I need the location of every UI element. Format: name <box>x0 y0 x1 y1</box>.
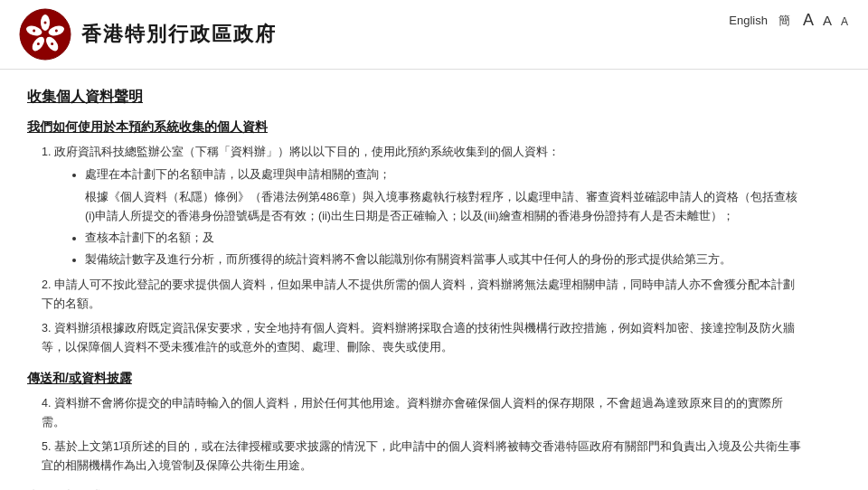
lang-chinese[interactable]: 簡 <box>778 13 790 29</box>
header: 香港特別行政區政府 English 簡 A A A <box>0 0 868 70</box>
logo-area: 香港特別行政區政府 <box>18 7 277 61</box>
svg-point-11 <box>42 32 48 37</box>
bullet-item-1c: 查核本計劃下的名額；及 <box>85 229 805 248</box>
header-right: English 簡 A A A <box>729 11 850 30</box>
section1-title: 我們如何使用於本預約系統收集的個人資料 <box>27 119 805 136</box>
hksar-logo <box>18 7 72 61</box>
item-5: 5. 基於上文第1項所述的目的，或在法律授權或要求披露的情況下，此申請中的個人資… <box>42 438 805 476</box>
item-4: 4. 資料辦不會將你提交的申請時輸入的個人資料，用於任何其他用途。資料辦亦會確保… <box>42 394 805 433</box>
bullet-item-1b: 根據《個人資料（私隱）條例》（香港法例第486章）與入境事務處執行核對程序，以處… <box>85 188 805 227</box>
lang-english[interactable]: English <box>729 14 768 27</box>
main-content: 收集個人資料聲明 我們如何使用於本預約系統收集的個人資料 1. 政府資訊科技總監… <box>0 70 832 490</box>
section2-title: 傳送和/或資料披露 <box>27 371 805 387</box>
font-medium-button[interactable]: A <box>821 13 834 28</box>
font-size-controls: A A A <box>801 11 850 30</box>
numbered-item-1: 1. 政府資訊科技總監辦公室（下稱「資料辦」）將以以下目的，使用此預約系統收集到… <box>42 143 805 270</box>
gov-title: 香港特別行政區政府 <box>81 21 277 48</box>
numbered-item-3: 3. 資料辦須根據政府既定資訊保安要求，安全地持有個人資料。資料辦將採取合適的技… <box>42 319 805 358</box>
bullet-item-1a: 處理在本計劃下的名額申請，以及處理與申請相關的查詢； <box>85 165 805 184</box>
page-title: 收集個人資料聲明 <box>27 88 805 107</box>
svg-point-6 <box>44 22 47 24</box>
font-large-button[interactable]: A <box>801 11 816 30</box>
bullet-item-1d: 製備統計數字及進行分析，而所獲得的統計資料將不會以能識別你有關資料當事人或其中任… <box>85 250 805 269</box>
numbered-item-2: 2. 申請人可不按此登記的要求提供個人資料，但如果申請人不提供所需的個人資料，資… <box>42 276 805 315</box>
font-small-button[interactable]: A <box>839 15 850 28</box>
